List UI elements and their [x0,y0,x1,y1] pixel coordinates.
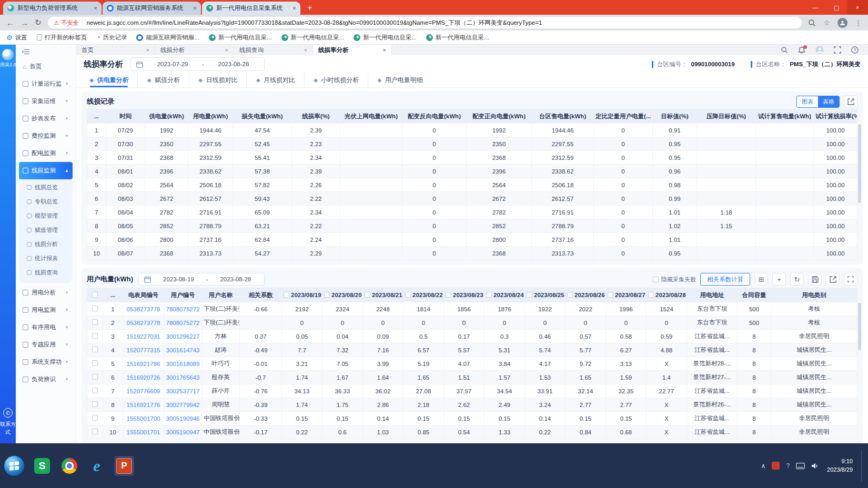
minimize-button[interactable]: — [805,0,826,15]
table-row[interactable]: 708/0427822716.9165.092.34027822716.9101… [87,206,857,219]
bookmark-item[interactable]: ◔历史记录 [96,34,127,42]
select-all-header[interactable] [87,288,103,302]
add-button[interactable]: + [772,273,786,286]
table-row[interactable]: 815169217763002779942周明慧-0.391.741.752.8… [87,398,857,412]
column-header[interactable]: 配变反向电量(kWh) [402,109,467,124]
tab-close-icon[interactable]: × [94,5,97,12]
row-select-cell[interactable] [87,384,103,398]
taskbar-clock[interactable]: 9:10 2023/8/29 [827,458,853,474]
table-row[interactable]: 307/3123682312.5955.412.34023682312.5900… [87,151,857,165]
table-row[interactable]: 515169217863001618089叶巧巧-0.013.217.053.9… [87,357,857,371]
column-header[interactable]: 目标值(%) [653,109,697,124]
tray-expand-icon[interactable]: ∧ [761,462,766,470]
column-header[interactable]: ... [87,109,106,124]
table-row[interactable]: 315192270313001296227方林0.370.050.040.090… [87,330,857,343]
table-row[interactable]: 107/2919921944.4647.542.39019921944.4600… [87,124,857,137]
sidebar-subitem[interactable]: 线损查询 [19,266,73,280]
table-row[interactable]: 508/0225642506.1857.822.26025642506.1800… [87,178,857,192]
table-row[interactable]: 207/3023502297.5552.452.23023502297.5500… [87,137,857,151]
column-header[interactable]: 用电类别 [771,288,857,302]
row-select-cell[interactable] [87,357,103,371]
meter-no-link[interactable]: 1516921776 [123,398,164,412]
bookmark-item[interactable]: 能源互联网营销服... [136,34,199,42]
date-column-header[interactable]: 2023/08/27 [606,288,647,302]
page-tab[interactable]: 首页× [76,45,155,55]
meter-no-link[interactable]: 1555001701 [123,425,164,439]
bookmark-item[interactable]: 新一代用电信息采... [281,34,345,42]
save-button[interactable] [808,273,822,286]
bookmark-star-icon[interactable]: ☆ [823,18,830,27]
taskbar-wps-icon[interactable]: S [33,456,52,475]
row-select-cell[interactable] [87,330,103,343]
column-header[interactable]: 试计算售电量(kWh) [756,109,814,124]
date-column-header[interactable]: 2023/08/19 [282,288,322,302]
table-row[interactable]: 105382737787808075272下坝(二)环美变-0.66219223… [87,302,857,316]
user-avatar[interactable] [815,46,824,54]
sidebar-item-8[interactable]: 用电分析▼ [19,284,73,301]
row-checkbox[interactable] [92,388,98,393]
meter-no-link[interactable]: 1519227031 [123,330,164,343]
column-header[interactable]: 台区售电量(kWh) [532,109,594,124]
fullscreen-button[interactable] [844,273,857,286]
column-header[interactable]: 线损率(%) [292,109,340,124]
meter-no-link[interactable]: 1520777315 [123,343,164,357]
tab-close-icon[interactable]: × [225,47,228,53]
column-header[interactable]: 配变正向电量(kWh) [467,109,532,124]
meter-no-link[interactable]: 1516921786 [123,357,164,371]
user-date-range-picker[interactable]: 2023-08-19 - 2023-08-28 [138,273,265,286]
tray-keyboard-icon[interactable] [796,463,805,469]
tab-close-icon[interactable]: × [304,47,307,53]
bookmark-item[interactable]: 新一代用电信息采... [209,34,272,42]
tab-close-icon[interactable]: × [292,5,296,12]
page-tab[interactable]: 线损分析× [155,45,234,55]
row-select-cell[interactable] [87,371,103,384]
subtab[interactable]: ◈日线损对比 [189,73,246,87]
select-all-checkbox[interactable] [92,292,98,298]
column-checkbox[interactable] [527,292,532,298]
column-header[interactable]: 试计算线损率(%) [814,109,857,124]
tray-app-icon[interactable] [772,462,780,470]
maximize-button[interactable]: ▢ [826,0,847,15]
row-checkbox[interactable] [92,347,98,352]
close-button[interactable]: × [847,0,868,15]
column-header[interactable]: 光伏上网电量(kWh) [340,109,402,124]
user-no-link[interactable]: 3001618089 [164,357,202,371]
tab-close-icon[interactable]: × [193,5,197,12]
taskbar-powerpoint-icon[interactable]: P [115,456,134,475]
column-header[interactable]: 相关系数 [240,288,282,302]
table-row[interactable]: 808/0528522788.7963.212.22028522788.7901… [87,219,857,233]
row-checkbox[interactable] [92,374,98,380]
table-row[interactable]: 715207766093002537717薛小芹-0.7634.1336.333… [87,384,857,398]
refresh-button[interactable]: ↻ [790,273,804,286]
page-tab[interactable]: 线损率分析× [313,45,392,55]
sidebar-item-2[interactable]: 计量运行监测▼ [19,75,73,93]
vertical-scrollbar[interactable] [858,124,861,203]
bookmark-item[interactable]: 打开新的标签页 [37,34,87,42]
table-row[interactable]: 908/0628002737.1662.842.24028002737.1601… [87,233,857,247]
tab-close-icon[interactable]: × [146,47,149,53]
tray-speaker-icon[interactable] [811,463,819,469]
zoom-search-icon[interactable] [808,19,816,27]
column-checkbox[interactable] [648,292,654,298]
column-header[interactable]: 定比定量用户电量(... [594,109,653,124]
chart-toggle-button[interactable]: 图表 [797,96,818,107]
subtab[interactable]: ◈供电量分析 [80,73,137,87]
column-checkbox[interactable] [405,292,411,298]
user-no-link[interactable]: 7808075272 [164,302,202,316]
column-checkbox[interactable] [365,292,370,298]
row-select-cell[interactable] [87,398,103,412]
row-checkbox[interactable] [92,429,98,434]
subtab[interactable]: ◈月线损对比 [246,73,304,87]
sidebar-subitem[interactable]: 统计报表 [19,251,73,266]
date-column-header[interactable]: 2023/08/22 [403,288,444,302]
table-row[interactable]: 415207773153001614743赵涛-0.497.77.327.166… [87,343,857,357]
column-header[interactable]: 用户名称 [202,288,240,302]
row-select-cell[interactable] [87,412,103,425]
sidebar-item-5[interactable]: 费控监测▼ [19,127,73,145]
sidebar-collapse-icon[interactable] [22,49,69,55]
column-header[interactable]: 电表局编号 [123,288,164,302]
reload-icon[interactable]: ↻ [35,18,42,27]
new-tab-button[interactable]: + [304,2,316,14]
row-select-cell[interactable] [87,425,103,439]
user-no-link[interactable]: 3005190946 [164,412,202,425]
